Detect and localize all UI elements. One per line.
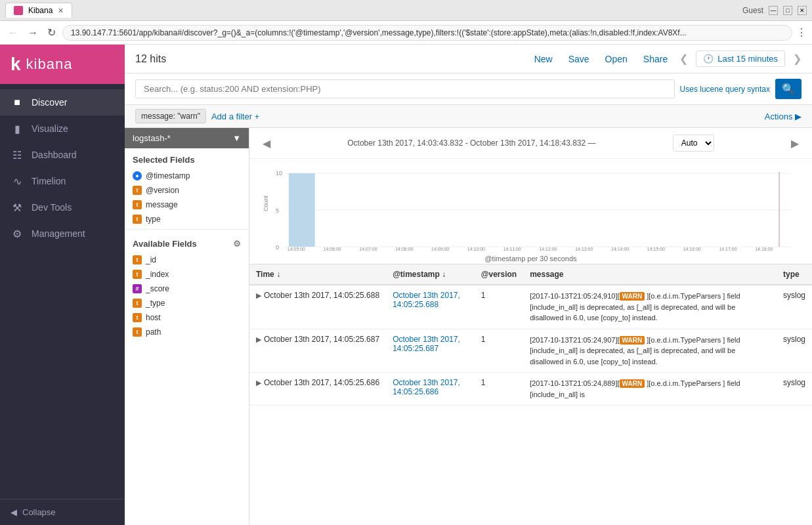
field-score-label: _score	[146, 284, 169, 293]
sidebar-item-discover-label: Discover	[32, 97, 67, 108]
table-row: ▶October 13th 2017, 14:05:25.687October …	[249, 329, 812, 373]
minimize-button[interactable]: —	[769, 6, 778, 15]
actions-button[interactable]: Actions ▶	[765, 112, 801, 121]
sidebar-item-management[interactable]: ⚙ Management	[0, 220, 125, 247]
sidebar-item-timelion[interactable]: ∿ Timelion	[0, 168, 125, 194]
chart-timestamp-label: @timestamp per 30 seconds	[263, 253, 799, 268]
time-value: October 13th 2017, 14:05:25.686	[264, 378, 379, 387]
filter-tag[interactable]: message: "warn"	[135, 109, 206, 123]
index-chevron-icon: ▼	[232, 133, 241, 143]
cell-version: 1	[475, 285, 523, 329]
chart-collapse-button[interactable]: ◀	[263, 137, 270, 150]
address-input[interactable]	[62, 25, 792, 41]
at-timestamp-value: October 13th 2017, 14:05:25.686	[393, 378, 460, 396]
back-button[interactable]: ←	[5, 26, 21, 40]
grid-icon: ☷	[11, 148, 24, 161]
filter-bar: message: "warn" Add a filter + Actions ▶	[125, 105, 812, 128]
open-button[interactable]: Open	[601, 51, 631, 67]
sidebar-item-visualize[interactable]: ▮ Visualize	[0, 116, 125, 142]
field-type-available[interactable]: t _type	[125, 296, 249, 310]
message-prefix: [2017-10-13T21:05:24,910][	[530, 292, 619, 300]
time-range-selector[interactable]: 🕐 Last 15 minutes	[696, 51, 785, 67]
chart-expand-button[interactable]: ▶	[791, 137, 799, 150]
svg-text:14:15:00: 14:15:00	[647, 247, 665, 251]
collapse-icon: ◀	[11, 507, 17, 517]
clock-type-icon: ●	[133, 171, 142, 180]
t-type-icon-id: t	[133, 255, 142, 264]
content-area: logstash-* ▼ Selected Fields ● @timestam…	[125, 128, 812, 525]
at-timestamp-value: October 13th 2017, 14:05:25.687	[393, 335, 460, 353]
search-input[interactable]	[135, 79, 675, 98]
field-index[interactable]: t _index	[125, 267, 249, 282]
window-chrome: Kibana ✕ Guest — □ ✕	[0, 0, 812, 21]
new-button[interactable]: New	[530, 51, 557, 67]
field-host-label: host	[146, 313, 161, 322]
field-index-label: _index	[146, 270, 169, 279]
tab-close-button[interactable]: ✕	[58, 7, 64, 15]
app-container: k kibana ■ Discover ▮ Visualize ☷ Dashbo…	[0, 45, 812, 525]
field-type-available-label: _type	[146, 299, 165, 308]
expand-button[interactable]: ▶	[256, 379, 261, 387]
expand-button[interactable]: ▶	[256, 291, 261, 299]
field-message[interactable]: t message	[125, 198, 249, 212]
sidebar-item-dashboard[interactable]: ☷ Dashboard	[0, 142, 125, 168]
cell-at-timestamp: October 13th 2017, 14:05:25.688	[386, 285, 475, 329]
svg-text:14:18:00: 14:18:00	[755, 247, 773, 251]
available-fields-gear-icon[interactable]: ⚙	[233, 239, 241, 249]
expand-button[interactable]: ▶	[256, 335, 261, 343]
svg-text:14:17:00: 14:17:00	[719, 247, 737, 251]
svg-text:14:12:00: 14:12:00	[539, 247, 557, 251]
index-pattern-header[interactable]: logstash-* ▼	[125, 128, 249, 148]
maximize-button[interactable]: □	[783, 6, 792, 15]
sidebar-item-management-label: Management	[32, 228, 85, 239]
bar-chart-icon: ▮	[11, 122, 24, 135]
sidebar-item-dev-tools[interactable]: ⚒ Dev Tools	[0, 194, 125, 220]
field-score[interactable]: # _score	[125, 282, 249, 296]
svg-text:14:06:00: 14:06:00	[324, 247, 341, 251]
search-button[interactable]: 🔍	[775, 79, 801, 99]
sidebar-collapse-button[interactable]: ◀ Collapse	[0, 499, 125, 525]
forward-button[interactable]: →	[25, 26, 41, 40]
field-type-label: type	[146, 215, 161, 224]
svg-text:14:08:00: 14:08:00	[395, 247, 413, 251]
time-range-next[interactable]: ❯	[793, 52, 801, 65]
cell-time: ▶October 13th 2017, 14:05:25.687	[249, 329, 386, 373]
cell-at-timestamp: October 13th 2017, 14:05:25.687	[386, 329, 475, 373]
compass-icon: ■	[11, 96, 24, 109]
field-path[interactable]: t path	[125, 325, 249, 339]
warn-badge: WARN	[620, 336, 645, 345]
window-user: Guest	[742, 6, 763, 15]
date-range-text: October 13th 2017, 14:03:43.832 - Octobe…	[347, 138, 595, 148]
save-button[interactable]: Save	[565, 51, 593, 67]
time-range-prev[interactable]: ❮	[679, 52, 688, 65]
sidebar-item-dev-tools-label: Dev Tools	[32, 202, 72, 213]
selected-fields-title: Selected Fields	[125, 148, 249, 169]
auto-select[interactable]: Auto	[673, 135, 714, 152]
share-button[interactable]: Share	[639, 51, 672, 67]
add-filter-button[interactable]: Add a filter +	[211, 112, 259, 121]
at-timestamp-value: October 13th 2017, 14:05:25.688	[393, 291, 460, 309]
toolbar-actions: New Save Open Share ❮ 🕐 Last 15 minutes …	[530, 51, 801, 67]
tab-favicon	[14, 6, 23, 15]
t-type-icon-message: t	[133, 200, 142, 209]
browser-tab[interactable]: Kibana ✕	[5, 3, 72, 18]
lucene-hint[interactable]: Uses lucene query syntax	[680, 85, 770, 94]
t-type-icon-path: t	[133, 327, 142, 337]
field-version[interactable]: t @version	[125, 183, 249, 198]
top-toolbar: 12 hits New Save Open Share ❮ 🕐 Last 15 …	[125, 45, 812, 74]
field-type[interactable]: t type	[125, 212, 249, 226]
field-id[interactable]: t _id	[125, 253, 249, 267]
svg-text:10: 10	[276, 170, 282, 177]
field-host[interactable]: t host	[125, 310, 249, 325]
svg-text:14:14:00: 14:14:00	[611, 247, 629, 251]
close-button[interactable]: ✕	[798, 6, 807, 15]
svg-text:5: 5	[276, 207, 279, 214]
svg-text:Count: Count	[263, 196, 269, 211]
reload-button[interactable]: ↻	[45, 25, 58, 40]
clock-icon: 🕐	[703, 54, 714, 64]
sidebar-item-discover[interactable]: ■ Discover	[0, 89, 125, 116]
sidebar-item-visualize-label: Visualize	[32, 123, 68, 134]
field-timestamp[interactable]: ● @timestamp	[125, 169, 249, 183]
browser-menu-icon[interactable]: ⋮	[796, 26, 807, 39]
svg-text:14:05:00: 14:05:00	[288, 247, 305, 251]
